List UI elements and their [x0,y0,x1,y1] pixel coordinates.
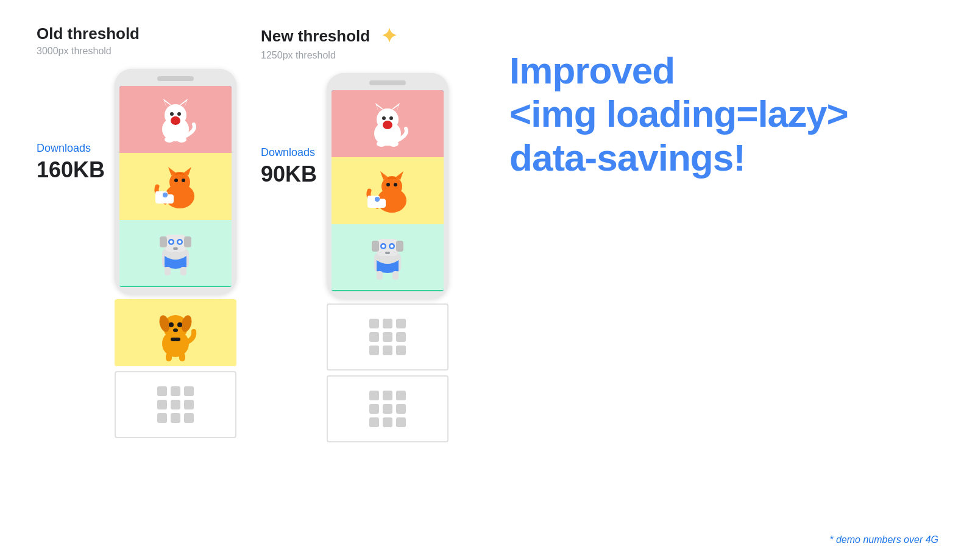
right-image-1 [332,90,444,157]
headline-line1: Improved [509,49,938,92]
left-stats: Downloads 160KB [37,69,105,183]
svg-point-11 [177,136,186,143]
white-cat-icon [148,94,203,146]
right-image-4-loading [327,303,448,370]
right-phone-notch [369,80,406,85]
left-phone-screen [119,86,232,287]
left-panel-body: Downloads 160KB [37,69,236,438]
svg-point-36 [169,322,174,327]
loading-spinner-right-2 [369,391,406,427]
svg-point-48 [382,116,386,120]
svg-rect-23 [160,236,167,247]
demo-note: * demo numbers over 4G [829,534,938,545]
svg-point-17 [182,179,185,182]
left-image-3 [119,220,232,287]
svg-point-13 [169,172,190,193]
left-image-2 [119,153,232,220]
svg-point-27 [170,241,173,244]
svg-rect-39 [171,338,180,341]
right-panel-title: New threshold ✦ [261,24,397,48]
right-title-text: New threshold [261,27,370,46]
svg-point-9 [171,116,180,125]
svg-rect-24 [184,236,191,247]
svg-point-69 [382,245,385,248]
phone-notch [157,76,194,81]
svg-point-7 [177,112,181,116]
svg-rect-66 [396,241,403,252]
right-below-phone [327,303,448,442]
right-panel-body: Downloads 90KB [261,73,448,442]
svg-rect-65 [372,241,379,252]
sparkle-icon: ✦ [381,24,397,48]
svg-point-38 [173,328,178,332]
robot-dog-icon-2 [363,230,412,285]
svg-rect-29 [173,247,178,250]
left-subtitle-text: 3000px threshold [37,46,140,57]
white-cat-icon-2 [360,98,415,150]
left-panel: Old threshold 3000px threshold Downloads… [37,24,236,438]
left-image-1 [119,86,232,153]
svg-point-16 [174,179,178,182]
svg-point-10 [165,136,174,143]
svg-rect-30 [165,267,171,275]
left-image-5-loading [115,371,236,438]
left-phone [115,69,236,294]
svg-point-37 [177,322,182,327]
orange-cat-icon [148,161,203,213]
svg-point-20 [163,193,168,197]
left-downloads-value: 160KB [37,157,105,183]
right-image-3 [332,224,444,291]
loading-spinner-left [157,386,194,423]
loading-spinner-right-1 [369,319,406,355]
svg-rect-71 [385,252,390,254]
svg-rect-73 [392,271,399,280]
main-container: Old threshold 3000px threshold Downloads… [0,0,975,560]
svg-point-58 [386,183,390,186]
svg-point-62 [375,197,380,202]
right-stats: Downloads 90KB [261,73,317,187]
right-text-content: Improved <img loading=lazy> data-savings… [473,24,938,179]
left-downloads-label: Downloads [37,142,91,155]
svg-point-52 [377,141,386,147]
svg-point-6 [170,112,174,116]
left-panel-header: Old threshold 3000px threshold [37,24,140,57]
left-phone-container [115,69,236,438]
svg-rect-31 [180,267,186,275]
right-panel: New threshold ✦ 1250px threshold Downloa… [261,24,448,442]
orange-cat-icon-2 [360,165,415,217]
right-downloads-label: Downloads [261,146,315,159]
right-subtitle-text: 1250px threshold [261,50,397,61]
yellow-dog-icon [151,304,200,362]
right-phone [327,73,448,299]
headline-line3: data-savings! [509,136,938,179]
svg-point-28 [179,241,182,244]
right-image-5-loading [327,375,448,442]
svg-point-53 [389,141,399,147]
right-phone-screen [332,90,444,291]
left-below-phone [115,299,236,438]
svg-rect-72 [377,271,383,280]
svg-point-55 [381,176,402,197]
right-image-2 [332,157,444,224]
svg-point-49 [389,116,393,120]
left-image-4 [115,299,236,366]
svg-point-59 [394,183,397,186]
svg-rect-40 [166,353,172,361]
right-downloads-value: 90KB [261,161,317,187]
right-panel-header: New threshold ✦ 1250px threshold [261,24,397,61]
svg-rect-41 [179,353,185,361]
headline-line2: <img loading=lazy> [509,92,938,135]
svg-point-51 [383,121,392,129]
robot-dog-icon [151,225,200,280]
svg-point-70 [391,245,394,248]
left-title-text: Old threshold [37,24,140,43]
headline: Improved <img loading=lazy> data-savings… [509,49,938,179]
left-panel-title: Old threshold [37,24,140,43]
right-phone-container [327,73,448,442]
